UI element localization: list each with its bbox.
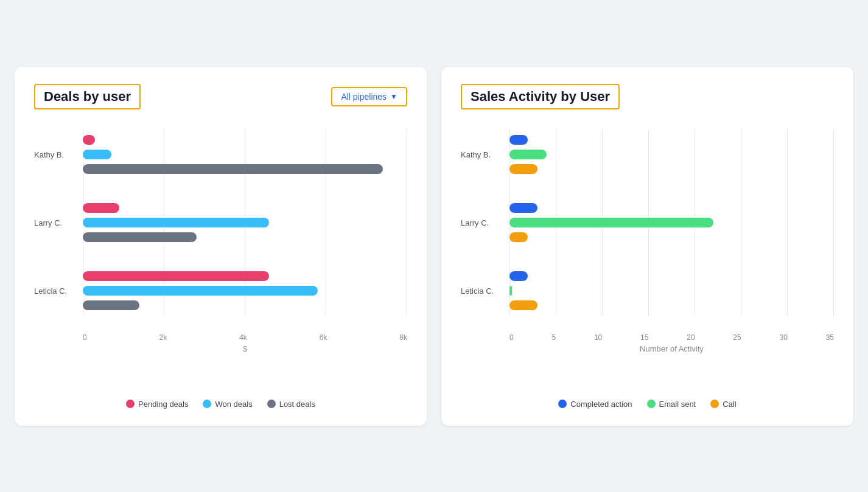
legend-item-lost: Lost deals [267,400,315,409]
legend-dot-pending [126,400,135,408]
deals-by-user-card: Deals by user All pipelines ▼ Kath [15,67,427,426]
x-label-act-10: 10 [594,333,602,342]
legend-label-email: Email sent [659,400,696,409]
bar-kathy-completed [509,135,528,145]
bar-leticia-email [509,286,512,296]
bar-row-larry-won [83,217,407,229]
bar-row-leticia-pending [83,270,407,282]
bar-leticia-pending [83,271,269,281]
legend-label-lost: Lost deals [279,400,315,409]
bar-kathy-won [83,150,111,159]
x-label-act-20: 20 [687,333,695,342]
bar-larry-won [83,218,269,227]
x-label-6k: 6k [320,333,327,342]
activity-bar-row-leticia-completed [509,270,834,282]
deals-bars-container: Kathy B. Larry C. [83,129,407,316]
bar-row-larry-lost [83,231,407,243]
bar-kathy-lost [83,164,383,174]
activity-card-header: Sales Activity by User [461,84,834,109]
x-label-act-5: 5 [551,333,556,342]
activity-label-larry: Larry C. [461,218,489,227]
legend-dot-call [710,400,719,408]
user-label-kathy: Kathy B. [34,150,64,159]
legend-item-completed: Completed action [558,400,632,409]
legend-item-call: Call [710,400,736,409]
bar-kathy-email [509,150,547,159]
bar-row-larry-pending [83,202,407,214]
bar-leticia-lost [83,300,139,310]
deals-card-header: Deals by user All pipelines ▼ [34,84,407,109]
activity-label-kathy: Kathy B. [461,150,491,159]
legend-label-call: Call [723,400,736,409]
user-label-larry: Larry C. [34,218,62,227]
user-label-leticia: Leticia C. [34,286,67,295]
bar-row-leticia-won [83,285,407,297]
x-label-act-0: 0 [509,333,514,342]
activity-chart-area: Kathy B. Larry C. [461,129,834,390]
bar-leticia-won [83,286,318,296]
legend-dot-won [203,400,211,408]
bar-kathy-call [509,164,537,174]
activity-legend: Completed action Email sent Call [461,400,834,409]
deals-chart-area: Kathy B. Larry C. [34,129,407,390]
activity-bar-row-kathy-completed [509,134,834,146]
pipeline-label: All pipelines [341,92,387,102]
bar-larry-pending [83,203,119,213]
bar-larry-lost [83,232,197,242]
activity-bar-row-larry-email [509,217,834,229]
bar-row-kathy-lost [83,163,407,175]
legend-dot-lost [267,400,276,408]
user-group-leticia: Leticia C. [83,265,407,316]
legend-dot-email [647,400,656,408]
legend-item-won: Won deals [203,400,252,409]
bar-kathy-pending [83,135,95,145]
legend-item-email: Email sent [647,400,696,409]
activity-group-kathy: Kathy B. [509,129,834,180]
bar-row-kathy-won [83,148,407,161]
deals-title: Deals by user [34,84,141,109]
deals-x-axis: 0 2k 4k 6k 8k [83,333,407,342]
x-label-8k: 8k [399,333,407,342]
activity-bar-row-kathy-email [509,148,834,161]
activity-group-leticia: Leticia C. [509,265,834,316]
deals-legend: Pending deals Won deals Lost deals [34,400,407,409]
bar-larry-completed [509,203,537,213]
bar-larry-call [509,232,528,242]
legend-label-completed: Completed action [570,400,632,409]
activity-group-larry: Larry C. [509,197,834,248]
x-label-act-15: 15 [640,333,648,342]
legend-dot-completed [558,400,567,408]
activity-bar-row-leticia-email [509,285,834,297]
sales-activity-card: Sales Activity by User Kathy B. [441,67,853,426]
activity-bar-row-larry-completed [509,202,834,214]
activity-x-axis: 0 5 10 15 20 25 30 35 [509,333,834,342]
dashboard: Deals by user All pipelines ▼ Kath [0,52,868,440]
user-group-larry: Larry C. [83,197,407,248]
user-group-kathy: Kathy B. [83,129,407,180]
bar-leticia-completed [509,271,528,281]
chevron-down-icon: ▼ [390,92,397,101]
deals-x-unit: $ [83,344,407,353]
x-label-4k: 4k [239,333,247,342]
x-label-2k: 2k [159,333,167,342]
x-label-0: 0 [83,333,87,342]
legend-label-won: Won deals [215,400,252,409]
legend-item-pending: Pending deals [126,400,188,409]
bar-larry-email [509,218,713,227]
x-label-act-35: 35 [826,333,834,342]
bar-row-kathy-pending [83,134,407,146]
activity-x-unit: Number of Activity [509,344,834,353]
legend-label-pending: Pending deals [138,400,188,409]
x-label-act-25: 25 [733,333,741,342]
activity-bar-row-leticia-call [509,299,834,311]
bar-leticia-call [509,300,537,310]
activity-bar-row-kathy-call [509,163,834,175]
activity-title: Sales Activity by User [461,84,620,109]
activity-bar-row-larry-call [509,231,834,243]
bar-row-leticia-lost [83,299,407,311]
x-label-act-30: 30 [780,333,788,342]
activity-label-leticia: Leticia C. [461,286,494,295]
activity-bars-container: Kathy B. Larry C. [509,129,834,316]
pipeline-dropdown[interactable]: All pipelines ▼ [331,87,407,106]
